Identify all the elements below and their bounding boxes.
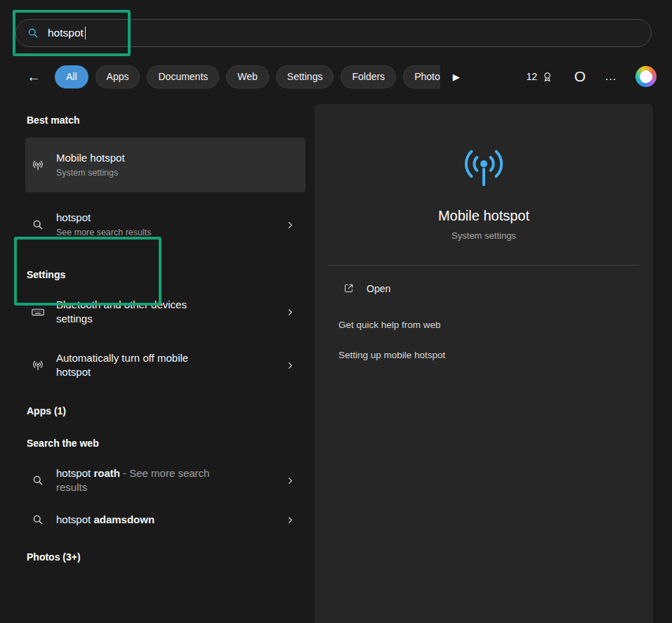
preview-subtitle: System settings	[315, 230, 653, 241]
result-web-roath[interactable]: hotspot roath - See more search results	[25, 461, 305, 500]
preview-panel: Mobile hotspot System settings Open Get …	[315, 104, 653, 623]
result-text: hotspot roath - See more search results	[56, 466, 223, 494]
search-input[interactable]: hotspot	[48, 27, 84, 39]
section-heading-settings: Settings	[27, 268, 315, 281]
result-auto-turn-off-hotspot[interactable]: Automatically turn off mobile hotspot	[25, 346, 305, 385]
copilot-icon[interactable]	[635, 66, 657, 87]
rewards-medal-icon	[541, 70, 554, 84]
back-arrow-icon[interactable]: ←	[27, 70, 41, 84]
link-get-quick-help[interactable]: Get quick help from web	[338, 320, 653, 330]
result-text: hotspot adamsdown	[56, 513, 154, 527]
devices-keyboard-icon	[31, 305, 45, 319]
section-heading-best-match: Best match	[27, 114, 315, 126]
text-caret	[85, 27, 86, 39]
result-text: Automatically turn off mobile hotspot	[56, 351, 223, 379]
filter-toolbar: ← All Apps Documents Web Settings Folder…	[0, 63, 672, 90]
divider	[329, 265, 639, 265]
rewards-badge[interactable]: 12	[526, 70, 554, 84]
tab-settings[interactable]: Settings	[276, 65, 334, 88]
open-action[interactable]: Open	[343, 282, 653, 294]
tab-all[interactable]: All	[55, 65, 88, 88]
tab-photos[interactable]: Photo	[403, 65, 440, 88]
more-options-icon[interactable]: …	[605, 70, 617, 84]
hotspot-icon	[31, 358, 45, 372]
section-heading-search-web: Search the web	[27, 437, 315, 450]
result-mobile-hotspot[interactable]: Mobile hotspot System settings	[25, 138, 305, 192]
rewards-count: 12	[526, 71, 537, 82]
result-title: Automatically turn off mobile hotspot	[56, 351, 223, 379]
search-icon	[31, 473, 45, 487]
scroll-more-icon[interactable]: ▶	[453, 72, 460, 82]
search-icon	[31, 218, 45, 232]
windows-search-flyout: hotspot ← All Apps Documents Web Setting…	[0, 0, 672, 623]
section-heading-photos: Photos (3+)	[27, 551, 315, 563]
hotspot-icon-large	[456, 139, 512, 195]
preview-title: Mobile hotspot	[315, 208, 653, 224]
account-avatar[interactable]: O	[571, 67, 589, 86]
chevron-right-icon	[285, 476, 296, 486]
chevron-right-icon	[285, 360, 296, 371]
result-title: hotspot adamsdown	[56, 513, 154, 527]
external-link-icon	[343, 282, 355, 294]
chevron-right-icon	[285, 515, 296, 525]
search-icon	[26, 26, 40, 40]
section-heading-apps: Apps (1)	[27, 405, 315, 417]
result-text: Mobile hotspot System settings	[56, 151, 125, 179]
result-title: hotspot	[56, 211, 151, 225]
search-icon	[31, 513, 45, 527]
result-title: Bluetooth and other devices settings	[56, 298, 223, 326]
chevron-right-icon	[285, 307, 296, 317]
result-bluetooth-settings[interactable]: Bluetooth and other devices settings	[25, 292, 305, 332]
tab-folders[interactable]: Folders	[341, 65, 396, 88]
result-text: hotspot See more search results	[56, 211, 151, 239]
result-subtitle: See more search results	[56, 227, 151, 239]
tab-web[interactable]: Web	[226, 65, 269, 88]
result-title: hotspot roath - See more search results	[56, 466, 223, 494]
chevron-right-icon	[285, 220, 296, 230]
hotspot-icon	[31, 158, 45, 172]
tab-apps[interactable]: Apps	[95, 65, 140, 88]
tab-documents[interactable]: Documents	[147, 65, 219, 88]
search-bar[interactable]: hotspot	[15, 19, 652, 47]
search-results-list: Best match Mobile hotspot System setting…	[0, 104, 315, 563]
result-title: Mobile hotspot	[56, 151, 125, 165]
link-setting-up-hotspot[interactable]: Setting up mobile hotspot	[338, 350, 653, 360]
result-subtitle: System settings	[56, 167, 125, 179]
result-web-adamsdown[interactable]: hotspot adamsdown	[25, 507, 305, 532]
result-see-more[interactable]: hotspot See more search results	[25, 205, 305, 244]
result-text: Bluetooth and other devices settings	[56, 298, 223, 326]
open-label: Open	[367, 283, 390, 294]
